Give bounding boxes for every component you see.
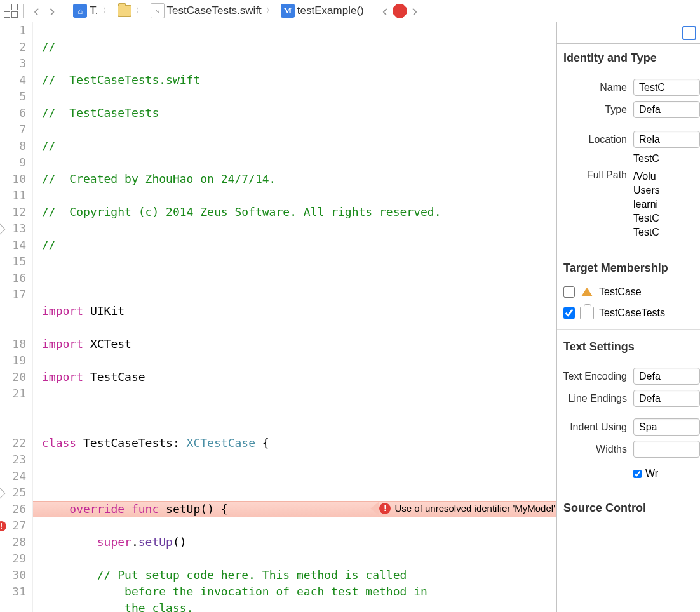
breadcrumb-label: TestCaseTests.swift bbox=[167, 4, 262, 17]
target-row[interactable]: TestCase bbox=[557, 281, 700, 303]
fullpath-label: Full Path bbox=[557, 170, 633, 181]
location-select[interactable]: Rela bbox=[633, 131, 700, 148]
endings-label: Line Endings bbox=[557, 393, 633, 404]
encoding-label: Text Encoding bbox=[557, 371, 633, 382]
section-identity: Identity and Type bbox=[557, 44, 700, 71]
type-label: Type bbox=[557, 104, 633, 116]
code-content[interactable]: // // TestCaseTests.swift // TestCaseTes… bbox=[33, 22, 556, 612]
code-editor[interactable]: 1234 5678 9101112 13 141516 17 181920 21… bbox=[0, 22, 556, 612]
fold-indicator-icon[interactable] bbox=[0, 224, 5, 235]
breadcrumb-project[interactable]: ⌂ T. 〉 bbox=[71, 4, 114, 18]
back-button[interactable]: ‹ bbox=[29, 1, 44, 21]
indent-label: Indent Using bbox=[557, 422, 633, 433]
target-label: TestCase bbox=[599, 286, 642, 298]
target-checkbox[interactable] bbox=[563, 286, 575, 298]
fullpath-value: /Volu Users learni TestC TestC bbox=[633, 170, 700, 239]
widths-field[interactable] bbox=[633, 441, 700, 458]
inspector-tabs bbox=[557, 22, 700, 44]
method-icon: M bbox=[281, 4, 295, 18]
fold-indicator-icon[interactable] bbox=[0, 488, 5, 499]
target-label: TestCaseTests bbox=[599, 307, 665, 319]
error-text: Use of unresolved identifier 'MyModel' bbox=[394, 500, 555, 517]
folder-icon bbox=[118, 5, 131, 17]
section-membership: Target Membership bbox=[557, 254, 700, 281]
line-gutter: 1234 5678 9101112 13 141516 17 181920 21… bbox=[0, 22, 33, 612]
wrap-checkbox[interactable] bbox=[633, 470, 642, 478]
section-source-control: Source Control bbox=[557, 494, 700, 521]
indent-select[interactable]: Spa bbox=[633, 418, 700, 436]
location-label: Location bbox=[557, 134, 633, 145]
prev-issue-button[interactable]: ‹ bbox=[377, 1, 393, 21]
breadcrumb-label: testExample() bbox=[297, 4, 364, 17]
widths-label: Widths bbox=[557, 444, 633, 455]
chevron-icon: 〉 bbox=[101, 5, 112, 17]
error-badge-icon: ! bbox=[379, 503, 391, 514]
name-label: Name bbox=[557, 82, 633, 93]
error-gutter-icon[interactable]: ! bbox=[0, 521, 6, 531]
error-icon[interactable] bbox=[393, 4, 407, 18]
chevron-icon: 〉 bbox=[264, 5, 276, 17]
target-checkbox[interactable] bbox=[563, 307, 575, 319]
breadcrumb-file[interactable]: s TestCaseTests.swift 〉 bbox=[148, 3, 278, 18]
bundle-icon bbox=[580, 307, 594, 319]
type-select[interactable]: Defa bbox=[633, 101, 700, 118]
encoding-select[interactable]: Defa bbox=[633, 368, 700, 385]
file-inspector: Identity and Type Name TestC Type Defa L… bbox=[556, 22, 700, 612]
chevron-icon: 〉 bbox=[134, 5, 145, 17]
name-field[interactable]: TestC bbox=[633, 79, 700, 96]
forward-button[interactable]: › bbox=[44, 1, 60, 21]
breadcrumb-folder[interactable]: 〉 bbox=[115, 5, 148, 17]
breadcrumb-label: T. bbox=[90, 4, 98, 17]
breadcrumb-method[interactable]: M testExample() bbox=[278, 4, 367, 18]
section-text-settings: Text Settings bbox=[557, 333, 700, 360]
project-icon: ⌂ bbox=[73, 4, 87, 18]
jump-bar: ‹ › ⌂ T. 〉 〉 s TestCaseTests.swift 〉 M t… bbox=[0, 0, 700, 22]
endings-select[interactable]: Defa bbox=[633, 390, 700, 407]
swift-file-icon: s bbox=[151, 3, 165, 18]
inspector-tab-icon[interactable] bbox=[682, 26, 696, 40]
error-banner[interactable]: ! Use of unresolved identifier 'MyModel' bbox=[379, 502, 555, 516]
location-file: TestC bbox=[633, 153, 700, 164]
next-issue-button[interactable]: › bbox=[407, 1, 422, 21]
wrap-label: Wr bbox=[645, 468, 658, 479]
related-items-icon[interactable] bbox=[4, 4, 18, 18]
target-row[interactable]: TestCaseTests bbox=[557, 303, 700, 323]
app-icon bbox=[580, 285, 594, 299]
